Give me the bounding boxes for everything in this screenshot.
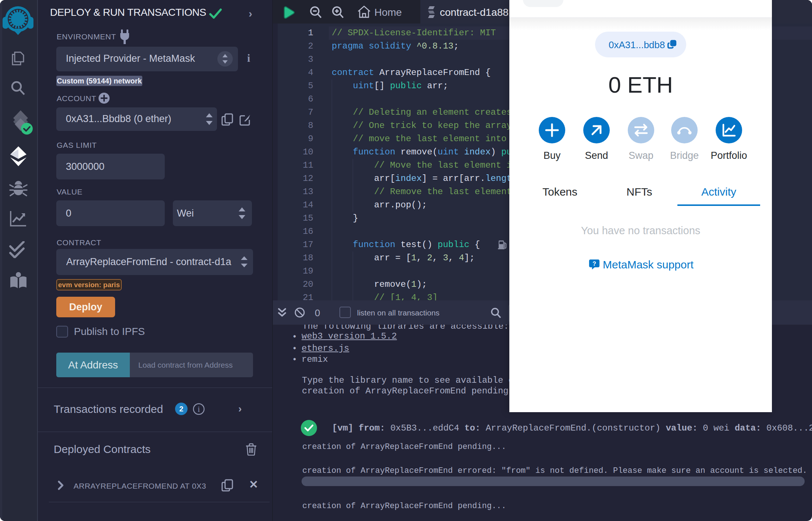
svg-text:i: i <box>197 404 200 414</box>
svg-text:?: ? <box>592 261 596 267</box>
